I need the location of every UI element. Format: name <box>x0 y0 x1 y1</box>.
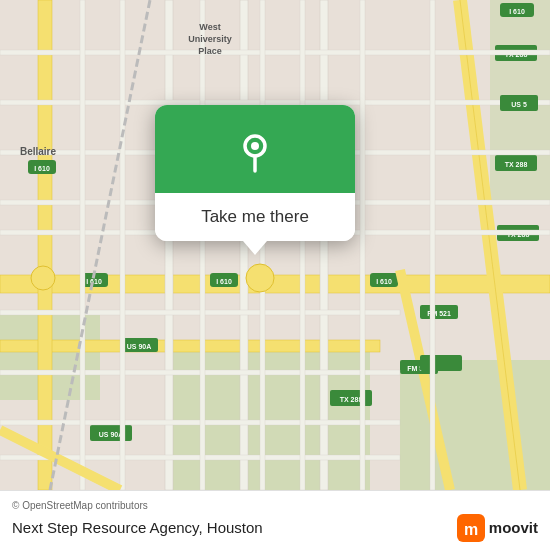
place-name: Next Step Resource Agency, Houston <box>12 519 263 536</box>
svg-rect-48 <box>80 0 85 490</box>
map-background: I 610 I 610 I 610 US 90A FM 521 FM 521 T… <box>0 0 550 490</box>
map-area[interactable]: I 610 I 610 I 610 US 90A FM 521 FM 521 T… <box>0 0 550 490</box>
svg-text:I 610: I 610 <box>376 278 392 285</box>
svg-text:US 5: US 5 <box>511 101 527 108</box>
svg-rect-54 <box>430 0 435 490</box>
svg-rect-33 <box>38 0 52 490</box>
moovit-label: moovit <box>489 519 538 536</box>
popup-header <box>155 105 355 193</box>
svg-text:US 90A: US 90A <box>99 431 124 438</box>
svg-rect-36 <box>165 0 173 490</box>
svg-text:I 610: I 610 <box>34 165 50 172</box>
svg-text:West: West <box>199 22 220 32</box>
moovit-logo[interactable]: m moovit <box>457 514 538 542</box>
svg-rect-53 <box>360 0 365 490</box>
location-pin-icon <box>231 127 279 175</box>
svg-text:m: m <box>464 521 478 538</box>
svg-text:Place: Place <box>198 46 222 56</box>
moovit-brand-icon: m <box>457 514 485 542</box>
osm-attribution: © OpenStreetMap contributors <box>12 500 538 511</box>
svg-rect-52 <box>300 0 305 490</box>
svg-text:TX 288: TX 288 <box>340 396 363 403</box>
take-me-there-button[interactable]: Take me there <box>155 193 355 241</box>
svg-point-64 <box>31 266 55 290</box>
svg-text:I 610: I 610 <box>509 8 525 15</box>
svg-text:Bellaire: Bellaire <box>20 146 57 157</box>
svg-rect-32 <box>420 355 462 371</box>
svg-point-65 <box>246 264 274 292</box>
svg-text:TX 288: TX 288 <box>505 161 528 168</box>
svg-text:University: University <box>188 34 232 44</box>
svg-rect-49 <box>120 0 125 490</box>
bottom-bar: © OpenStreetMap contributors Next Step R… <box>0 490 550 550</box>
svg-text:I 610: I 610 <box>216 278 232 285</box>
svg-rect-38 <box>320 0 328 490</box>
svg-text:I 610: I 610 <box>86 278 102 285</box>
svg-text:US 90A: US 90A <box>127 343 152 350</box>
svg-rect-50 <box>200 0 205 490</box>
popup-pointer <box>243 241 267 255</box>
place-name-row: Next Step Resource Agency, Houston m moo… <box>12 514 538 542</box>
svg-point-68 <box>251 142 259 150</box>
location-popup: Take me there <box>155 105 355 241</box>
